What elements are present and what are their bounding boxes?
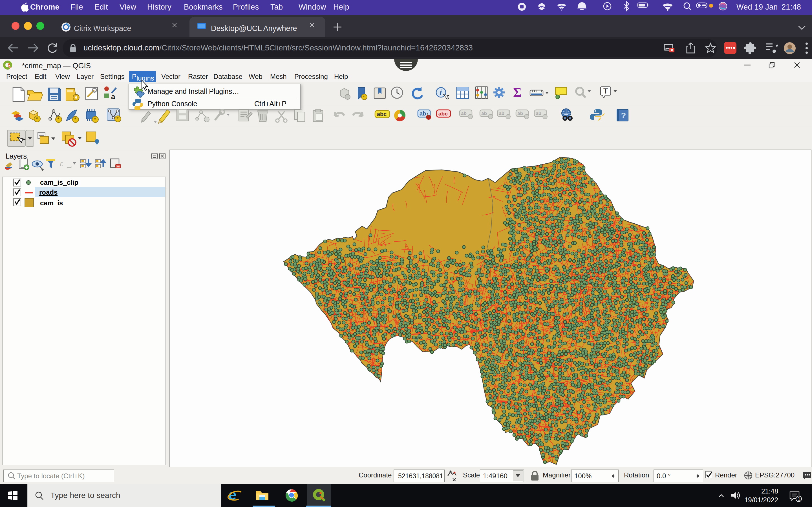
svg-text:a: a (111, 93, 115, 101)
svg-text:*: * (363, 94, 365, 100)
svg-text:ab: ab (481, 111, 487, 116)
svg-text:*: * (36, 116, 38, 122)
svg-text:1: 1 (798, 497, 801, 501)
svg-text:abc: abc (439, 111, 448, 117)
svg-text:?: ? (621, 111, 626, 120)
svg-text:*: * (94, 116, 96, 122)
svg-text:ab: ab (517, 111, 523, 116)
svg-text:*: * (57, 116, 59, 122)
svg-text:ab: ab (499, 111, 504, 116)
svg-text:ab: ab (536, 111, 541, 116)
svg-text:abc: abc (377, 111, 387, 117)
svg-text:Σ: Σ (513, 86, 522, 100)
svg-text:ab: ab (419, 110, 426, 117)
svg-text:i: i (440, 88, 442, 97)
svg-text:ab: ab (461, 111, 467, 116)
svg-text:T: T (603, 87, 608, 95)
svg-text:*: * (116, 116, 119, 122)
svg-text:*: * (74, 116, 77, 122)
svg-text:ε: ε (60, 159, 63, 168)
